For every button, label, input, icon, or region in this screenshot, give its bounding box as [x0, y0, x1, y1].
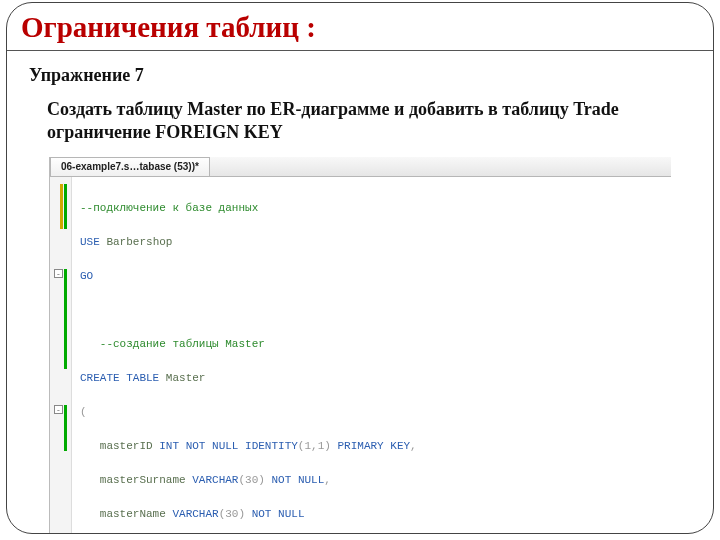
fold-icon[interactable]: -	[54, 269, 63, 278]
exercise-label: Упражнение 7	[7, 51, 713, 92]
code-kw: VARCHAR	[172, 508, 218, 520]
code-ident: Barbershop	[106, 236, 172, 248]
code-body: --подключение к базе данных USE Barbersh…	[72, 177, 671, 534]
editor-tabbar: 06-example7.s…tabase (53))*	[50, 157, 671, 177]
code-punct: (30)	[238, 474, 264, 486]
task-text: Создать таблицу Master по ER-диаграмме и…	[7, 92, 713, 155]
code-punct: ,	[324, 474, 331, 486]
code-area: - - --подключение к базе данных USE Barb…	[50, 177, 671, 534]
code-punct: ,	[410, 440, 417, 452]
code-comment: --подключение к базе данных	[80, 202, 258, 214]
gutter: - -	[50, 177, 72, 534]
fold-icon[interactable]: -	[54, 405, 63, 414]
code-comment: --создание таблицы Master	[100, 338, 265, 350]
sql-editor: 06-example7.s…tabase (53))* - - --подклю…	[49, 157, 671, 534]
code-kw: VARCHAR	[192, 474, 238, 486]
code-ident: Master	[166, 372, 206, 384]
code-punct: (1,1)	[298, 440, 331, 452]
code-kw: USE	[80, 236, 100, 248]
code-ident: masterID	[100, 440, 153, 452]
code-punct: (30)	[219, 508, 245, 520]
code-blank	[80, 302, 663, 319]
code-kw: NOT NULL	[252, 508, 305, 520]
page-title: Ограничения таблиц :	[7, 3, 713, 51]
code-kw: INT NOT NULL IDENTITY	[159, 440, 298, 452]
code-punct: (	[80, 406, 87, 418]
code-ident: masterSurname	[100, 474, 186, 486]
code-kw: CREATE TABLE	[80, 372, 159, 384]
code-ident: masterName	[100, 508, 166, 520]
editor-tab[interactable]: 06-example7.s…tabase (53))*	[50, 157, 210, 176]
code-kw: PRIMARY KEY	[337, 440, 410, 452]
code-kw: GO	[80, 270, 93, 282]
code-kw: NOT NULL	[271, 474, 324, 486]
